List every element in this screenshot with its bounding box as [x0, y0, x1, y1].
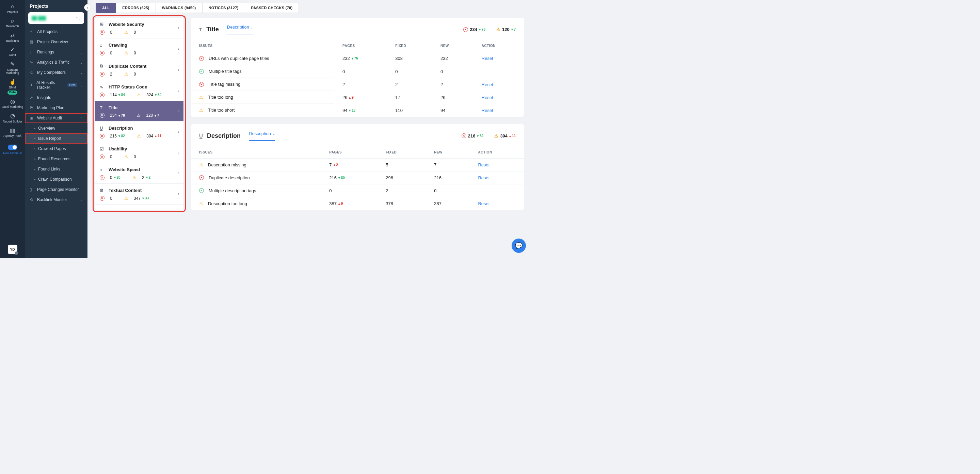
- error-icon: ✕: [100, 51, 105, 56]
- rail-item-audit[interactable]: ✓Audit: [0, 45, 25, 59]
- nav-label: Website Audit: [37, 116, 62, 121]
- table-row[interactable]: ✕Title tag missing 2 2 2 Reset: [191, 78, 524, 91]
- table-row[interactable]: ⚠Description missing 7 ▴ 2 5 7 Reset: [191, 158, 524, 172]
- rail-item-backlinks[interactable]: ⇄Backlinks: [0, 30, 25, 45]
- issue-cat-website-speed[interactable]: ≈Website Speed ✕ 0 ▾ 20 ⚠ 2 ▾ 2 ›: [95, 163, 183, 184]
- table-row[interactable]: ⚠Title too short 94 ▾ 16 110 94 Reset: [191, 104, 524, 117]
- chat-button[interactable]: 💬: [512, 239, 526, 253]
- delta: ▾ 82: [118, 134, 125, 138]
- reset-link[interactable]: Reset: [482, 56, 493, 61]
- nav-ai-results-tracker[interactable]: ✦AI Results TrackerBeta⌄: [25, 78, 88, 92]
- nav-rankings[interactable]: ⫾Rankings⌄: [25, 47, 88, 57]
- reset-link[interactable]: Reset: [478, 162, 490, 167]
- reset-link[interactable]: Reset: [482, 82, 493, 87]
- subnav-found-links[interactable]: Found Links: [25, 164, 88, 174]
- subnav-overview[interactable]: Overview: [25, 123, 88, 134]
- nav-insights[interactable]: ↗Insights: [25, 92, 88, 103]
- rail-icon: ☝: [9, 79, 16, 85]
- count: 0: [342, 69, 345, 74]
- tab-passed[interactable]: PASSED CHECKS (78): [245, 3, 299, 13]
- issue-cat-duplicate-content[interactable]: ⧉Duplicate Content ✕ 2 ⚠ 0 ›: [95, 59, 183, 80]
- new-cell: 216: [426, 172, 470, 185]
- tab-warnings[interactable]: WARNINGS (9450): [156, 3, 202, 13]
- issue-cat-website-security[interactable]: ⛨Website Security ✕ 0 ⚠ 0 ›: [95, 18, 183, 38]
- table-row[interactable]: ✓Multiple description tags 0 2 0: [191, 185, 524, 197]
- nav-all-projects[interactable]: ⌂All Projects: [25, 27, 88, 37]
- nav-analytics-traffic[interactable]: ∿Analytics & Traffic⌄: [25, 57, 88, 67]
- rail-item-research[interactable]: ⌕Research: [0, 16, 25, 30]
- col-pages: PAGES: [321, 146, 377, 159]
- nav-website-audit[interactable]: ▣Website Audit⌃: [25, 113, 88, 123]
- issue-cat-crawling[interactable]: ⌕Crawling ✕ 0 ⚠ 0 ›: [95, 38, 183, 59]
- rail-item-local-marketing[interactable]: ◎Local Marketing: [0, 97, 25, 111]
- issue-name: Multiple title tags: [208, 69, 242, 74]
- error-icon: ✕: [461, 134, 466, 138]
- rail-item-content-marketing[interactable]: ✎Content Marketing: [0, 59, 25, 77]
- category-title: Title: [108, 105, 118, 110]
- table-row[interactable]: ✕Duplicate description 216 ▾ 80 296 216 …: [191, 172, 524, 185]
- nav-my-competitors[interactable]: ☺My Competitors⌄: [25, 67, 88, 78]
- table-row[interactable]: ✕URLs with duplicate page titles 232 ▾ 7…: [191, 52, 524, 65]
- reset-link[interactable]: Reset: [478, 175, 490, 180]
- tab-errors[interactable]: ERRORS (625): [116, 3, 156, 13]
- issue-cat-title[interactable]: TTitle ✕ 234 ▾ 76 ⚠ 120 ▾ 7 ›: [95, 101, 183, 121]
- subnav-crawled-pages[interactable]: Crawled Pages: [25, 143, 88, 154]
- chevron-right-icon: ›: [178, 109, 180, 114]
- bullet-icon: [34, 179, 35, 180]
- issue-name: Multiple description tags: [208, 188, 256, 193]
- nav-marketing-plan[interactable]: ⚑Marketing Plan: [25, 103, 88, 113]
- reset-link[interactable]: Reset: [482, 108, 493, 113]
- description-dropdown[interactable]: Description ⌄: [227, 24, 253, 34]
- tab-all[interactable]: ALL: [95, 3, 116, 13]
- issue-cat-usability[interactable]: ☑Usability ✕ 0 ⚠ 0 ›: [95, 142, 183, 163]
- issue-cat-description[interactable]: U̲Description ✕ 216 ▾ 82 ⚠ 394 ▴ 11 ›: [95, 121, 183, 142]
- rail-icon: ✓: [10, 47, 14, 53]
- new-cell: 0: [432, 65, 474, 78]
- rail-item-report-builder[interactable]: ◔Report Builder: [0, 111, 25, 125]
- nav-page-changes-monitor[interactable]: ▯Page Changes Monitor: [25, 185, 88, 195]
- subnav-found-resources[interactable]: Found Resources: [25, 154, 88, 164]
- panel-error-count: ✕ 234 ▾ 76: [463, 27, 485, 32]
- rail-item-agency-pack[interactable]: ▥Agency Pack: [0, 126, 25, 140]
- project-selector[interactable]: ██ ███ ⌃⌄: [28, 12, 84, 24]
- table-row[interactable]: ✓Multiple title tags 0 0 0: [191, 65, 524, 78]
- warning-icon: ⚠: [124, 50, 128, 56]
- count: 0: [110, 51, 112, 56]
- table-row[interactable]: ⚠Description too long 387 ▴ 9 378 387 Re…: [191, 197, 524, 210]
- beta-badge: Beta: [67, 83, 77, 87]
- fixed-cell: 2: [377, 185, 426, 197]
- user-avatar[interactable]: YD: [8, 245, 18, 254]
- new-cell: 232: [432, 52, 474, 65]
- rail-item-projects[interactable]: ⌂Projects: [0, 2, 25, 16]
- rail-icon: ◎: [10, 99, 15, 105]
- category-icon: 🗎: [100, 188, 105, 193]
- pages-cell: 94 ▾ 16: [334, 104, 387, 117]
- warning-icon: ⚠: [124, 72, 128, 76]
- col-action: ACTION: [474, 40, 524, 52]
- count: 232 ▾ 76: [342, 56, 358, 61]
- reset-link[interactable]: Reset: [478, 201, 490, 206]
- new-cell: 7: [426, 158, 470, 172]
- issue-cat-http-status-code[interactable]: ∿HTTP Status Code ✕ 114 ▾ 84 ⚠ 324 ▾ 84 …: [95, 80, 183, 101]
- main-content: ALLERRORS (625)WARNINGS (9450)NOTICES (3…: [88, 0, 531, 258]
- count: 394 ▴ 11: [146, 134, 161, 138]
- subnav-issue-report[interactable]: Issue Report: [25, 134, 88, 143]
- chevron-right-icon: ›: [178, 46, 180, 51]
- table-row[interactable]: ⚠Title too long 26 ▴ 9 17 26 Reset: [191, 91, 524, 104]
- rail-item-smm[interactable]: ☝SMMBeta: [0, 77, 25, 96]
- nav-icon: ▯: [30, 187, 34, 192]
- issue-cat-textual-content[interactable]: 🗎Textual Content ✕ 0 ⚠ 347 ▾ 33 ›: [95, 184, 183, 205]
- description-dropdown[interactable]: Description ⌄: [249, 131, 275, 141]
- tab-notices[interactable]: NOTICES (3127): [202, 3, 245, 13]
- count: 0: [134, 72, 136, 76]
- bullet-icon: [34, 148, 35, 150]
- reset-link[interactable]: Reset: [482, 95, 493, 100]
- delta: ▾ 2: [146, 176, 150, 179]
- nav-backlink-monitor[interactable]: ⟲Backlink Monitor⌄: [25, 195, 88, 205]
- count: 7 ▴ 2: [329, 162, 338, 167]
- count: 26 ▴ 9: [342, 95, 354, 100]
- nav-project-overview[interactable]: ▦Project Overview: [25, 37, 88, 47]
- new-menu-toggle[interactable]: [8, 145, 18, 150]
- subnav-crawl-comparison[interactable]: Crawl Comparison: [25, 174, 88, 185]
- sidebar-collapse-button[interactable]: ‹: [84, 4, 91, 11]
